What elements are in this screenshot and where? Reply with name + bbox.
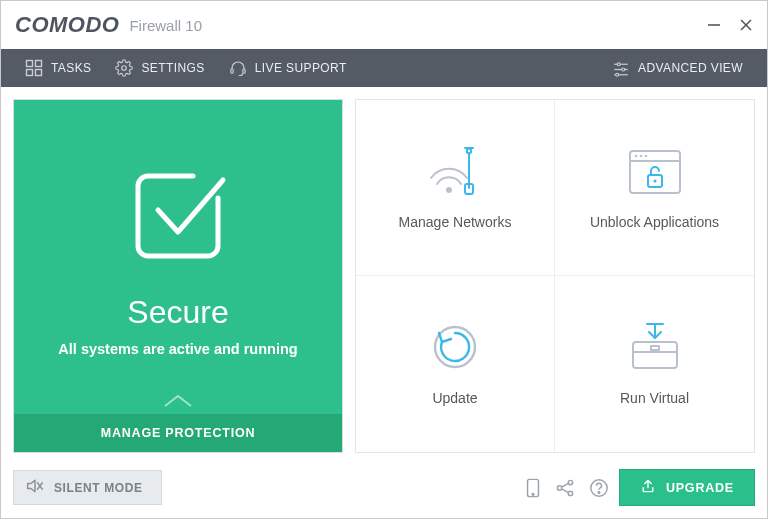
svg-marker-34 bbox=[28, 480, 35, 491]
status-panel: Secure All systems are active and runnin… bbox=[13, 99, 343, 453]
upgrade-button[interactable]: UPGRADE bbox=[619, 469, 755, 506]
svg-point-7 bbox=[122, 66, 127, 71]
manage-protection-label: MANAGE PROTECTION bbox=[101, 426, 256, 440]
toolbar-live-support[interactable]: LIVE SUPPORT bbox=[217, 49, 359, 87]
app-window: COMODO Firewall 10 TASKS SETTINGS bbox=[0, 0, 768, 519]
svg-rect-4 bbox=[36, 61, 42, 67]
toolbar-settings-label: SETTINGS bbox=[141, 61, 204, 75]
manage-protection-button[interactable]: MANAGE PROTECTION bbox=[14, 414, 342, 452]
svg-point-39 bbox=[557, 485, 561, 489]
svg-rect-31 bbox=[651, 346, 659, 350]
unlock-window-icon bbox=[626, 146, 684, 196]
toolbar-live-support-label: LIVE SUPPORT bbox=[255, 61, 347, 75]
window-controls bbox=[707, 18, 753, 32]
toolbar-advanced-view[interactable]: ADVANCED VIEW bbox=[600, 59, 755, 77]
svg-point-41 bbox=[568, 491, 572, 495]
silent-mode-label: SILENT MODE bbox=[54, 481, 143, 495]
svg-point-27 bbox=[653, 179, 656, 182]
tile-run-virtual[interactable]: Run Virtual bbox=[555, 276, 754, 452]
svg-point-13 bbox=[622, 68, 625, 71]
svg-point-16 bbox=[446, 187, 452, 193]
svg-point-25 bbox=[644, 154, 647, 157]
toolbar-advanced-view-label: ADVANCED VIEW bbox=[638, 61, 743, 75]
tile-run-virtual-label: Run Virtual bbox=[620, 390, 689, 406]
toolbar-settings[interactable]: SETTINGS bbox=[103, 49, 216, 87]
share-icon[interactable] bbox=[555, 478, 575, 498]
silent-mode-button[interactable]: SILENT MODE bbox=[13, 470, 162, 505]
help-icon[interactable] bbox=[589, 478, 609, 498]
svg-line-43 bbox=[561, 488, 568, 492]
run-virtual-icon bbox=[627, 322, 683, 372]
action-tiles: Manage Networks Unblock Applications bbox=[355, 99, 755, 453]
svg-rect-8 bbox=[231, 69, 233, 74]
svg-point-19 bbox=[467, 148, 471, 152]
svg-point-11 bbox=[617, 63, 620, 66]
export-icon bbox=[640, 478, 656, 497]
mobile-icon[interactable] bbox=[525, 478, 541, 498]
sliders-icon bbox=[612, 59, 630, 77]
content-area: Secure All systems are active and runnin… bbox=[1, 87, 767, 461]
svg-rect-5 bbox=[27, 70, 33, 76]
grid-icon bbox=[25, 59, 43, 77]
tile-update-label: Update bbox=[432, 390, 477, 406]
svg-rect-9 bbox=[243, 69, 245, 74]
status-title: Secure bbox=[127, 294, 228, 331]
svg-rect-6 bbox=[36, 70, 42, 76]
minimize-button[interactable] bbox=[707, 18, 721, 32]
svg-point-15 bbox=[616, 73, 619, 76]
secure-check-icon bbox=[123, 158, 233, 272]
tile-manage-networks[interactable]: Manage Networks bbox=[356, 100, 555, 276]
title-bar: COMODO Firewall 10 bbox=[1, 1, 767, 49]
headset-icon bbox=[229, 59, 247, 77]
update-icon bbox=[429, 322, 481, 372]
toolbar-tasks-label: TASKS bbox=[51, 61, 91, 75]
product-name: Firewall 10 bbox=[129, 17, 202, 34]
bottom-icons bbox=[525, 478, 609, 498]
network-icon bbox=[425, 146, 485, 196]
tile-update[interactable]: Update bbox=[356, 276, 555, 452]
svg-point-24 bbox=[639, 154, 642, 157]
brand-logo: COMODO bbox=[15, 12, 119, 38]
gear-icon bbox=[115, 59, 133, 77]
tile-unblock-applications[interactable]: Unblock Applications bbox=[555, 100, 754, 276]
close-button[interactable] bbox=[739, 18, 753, 32]
svg-point-38 bbox=[532, 493, 534, 495]
toolbar: TASKS SETTINGS LIVE SUPPORT ADVANCED VIE… bbox=[1, 49, 767, 87]
svg-point-40 bbox=[568, 480, 572, 484]
tile-manage-networks-label: Manage Networks bbox=[399, 214, 512, 230]
chevron-up-icon[interactable] bbox=[161, 392, 195, 414]
speaker-mute-icon bbox=[26, 478, 44, 497]
bottom-bar: SILENT MODE UPGRADE bbox=[1, 461, 767, 518]
svg-point-45 bbox=[598, 491, 600, 493]
tile-unblock-applications-label: Unblock Applications bbox=[590, 214, 719, 230]
svg-rect-3 bbox=[27, 61, 33, 67]
svg-point-23 bbox=[634, 154, 637, 157]
toolbar-tasks[interactable]: TASKS bbox=[13, 49, 103, 87]
status-subtitle: All systems are active and running bbox=[58, 341, 297, 357]
svg-line-42 bbox=[561, 483, 568, 487]
upgrade-label: UPGRADE bbox=[666, 481, 734, 495]
